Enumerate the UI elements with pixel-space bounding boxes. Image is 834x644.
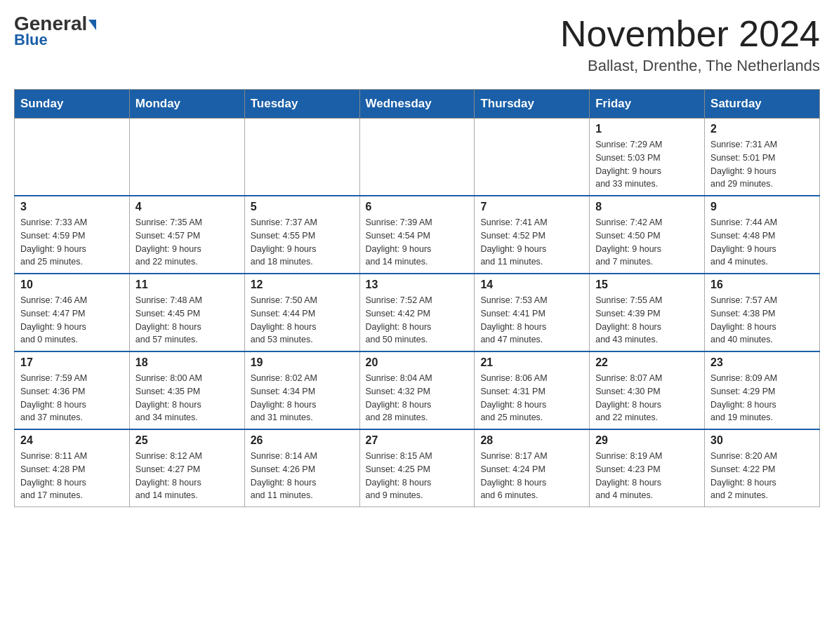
day-info: Sunrise: 8:06 AM Sunset: 4:31 PM Dayligh… xyxy=(480,372,583,424)
weekday-header-tuesday: Tuesday xyxy=(244,90,359,119)
calendar-cell: 30Sunrise: 8:20 AM Sunset: 4:22 PM Dayli… xyxy=(705,429,820,507)
weekday-header-sunday: Sunday xyxy=(15,90,130,119)
day-info: Sunrise: 8:11 AM Sunset: 4:28 PM Dayligh… xyxy=(20,450,124,502)
day-info: Sunrise: 7:55 AM Sunset: 4:39 PM Dayligh… xyxy=(595,294,699,347)
day-info: Sunrise: 8:19 AM Sunset: 4:23 PM Dayligh… xyxy=(595,450,699,502)
weekday-header-saturday: Saturday xyxy=(705,90,820,119)
day-number: 9 xyxy=(710,201,814,213)
calendar-cell: 2Sunrise: 7:31 AM Sunset: 5:01 PM Daylig… xyxy=(705,119,820,196)
day-number: 10 xyxy=(20,279,124,291)
day-info: Sunrise: 7:42 AM Sunset: 4:50 PM Dayligh… xyxy=(595,216,699,269)
day-number: 1 xyxy=(595,123,699,135)
day-info: Sunrise: 7:48 AM Sunset: 4:45 PM Dayligh… xyxy=(135,294,239,347)
calendar-cell: 24Sunrise: 8:11 AM Sunset: 4:28 PM Dayli… xyxy=(15,429,130,507)
weekday-header-row: SundayMondayTuesdayWednesdayThursdayFrid… xyxy=(15,90,820,119)
location: Ballast, Drenthe, The Netherlands xyxy=(560,57,820,75)
calendar-week-4: 17Sunrise: 7:59 AM Sunset: 4:36 PM Dayli… xyxy=(15,351,820,429)
calendar-cell: 6Sunrise: 7:39 AM Sunset: 4:54 PM Daylig… xyxy=(359,196,475,274)
day-info: Sunrise: 7:41 AM Sunset: 4:52 PM Dayligh… xyxy=(480,216,583,269)
calendar-cell xyxy=(129,119,244,196)
day-number: 7 xyxy=(480,201,583,213)
calendar-cell: 13Sunrise: 7:52 AM Sunset: 4:42 PM Dayli… xyxy=(359,274,475,351)
month-title: November 2024 xyxy=(560,14,820,54)
calendar-cell: 12Sunrise: 7:50 AM Sunset: 4:44 PM Dayli… xyxy=(244,274,359,351)
day-number: 28 xyxy=(480,434,583,447)
day-info: Sunrise: 8:04 AM Sunset: 4:32 PM Dayligh… xyxy=(366,372,469,424)
day-info: Sunrise: 7:39 AM Sunset: 4:54 PM Dayligh… xyxy=(366,216,469,269)
day-number: 16 xyxy=(710,279,814,291)
day-info: Sunrise: 8:07 AM Sunset: 4:30 PM Dayligh… xyxy=(595,372,699,424)
day-info: Sunrise: 7:59 AM Sunset: 4:36 PM Dayligh… xyxy=(20,372,124,424)
calendar-table: SundayMondayTuesdayWednesdayThursdayFrid… xyxy=(14,89,820,507)
day-number: 14 xyxy=(480,279,583,291)
day-info: Sunrise: 7:31 AM Sunset: 5:01 PM Dayligh… xyxy=(710,138,814,191)
day-info: Sunrise: 8:00 AM Sunset: 4:35 PM Dayligh… xyxy=(135,372,239,424)
weekday-header-monday: Monday xyxy=(129,90,244,119)
day-info: Sunrise: 7:37 AM Sunset: 4:55 PM Dayligh… xyxy=(251,216,354,269)
day-info: Sunrise: 8:12 AM Sunset: 4:27 PM Dayligh… xyxy=(135,450,239,502)
day-number: 27 xyxy=(366,434,469,447)
day-number: 13 xyxy=(366,279,469,291)
calendar-cell: 20Sunrise: 8:04 AM Sunset: 4:32 PM Dayli… xyxy=(359,351,475,429)
day-number: 8 xyxy=(595,201,699,213)
weekday-header-wednesday: Wednesday xyxy=(359,90,475,119)
day-info: Sunrise: 8:17 AM Sunset: 4:24 PM Dayligh… xyxy=(480,450,583,502)
day-number: 6 xyxy=(366,201,469,213)
page-header: General Blue November 2024 Ballast, Dren… xyxy=(14,14,820,75)
day-info: Sunrise: 7:50 AM Sunset: 4:44 PM Dayligh… xyxy=(251,294,354,347)
calendar-cell: 10Sunrise: 7:46 AM Sunset: 4:47 PM Dayli… xyxy=(15,274,130,351)
day-number: 22 xyxy=(595,356,699,369)
day-info: Sunrise: 8:14 AM Sunset: 4:26 PM Dayligh… xyxy=(251,450,354,502)
day-number: 24 xyxy=(20,434,124,447)
day-number: 5 xyxy=(251,201,354,213)
day-number: 2 xyxy=(710,123,814,135)
calendar-cell: 1Sunrise: 7:29 AM Sunset: 5:03 PM Daylig… xyxy=(590,119,705,196)
calendar-cell: 4Sunrise: 7:35 AM Sunset: 4:57 PM Daylig… xyxy=(129,196,244,274)
weekday-header-friday: Friday xyxy=(590,90,705,119)
calendar-cell: 3Sunrise: 7:33 AM Sunset: 4:59 PM Daylig… xyxy=(15,196,130,274)
calendar-week-5: 24Sunrise: 8:11 AM Sunset: 4:28 PM Dayli… xyxy=(15,429,820,507)
calendar-cell: 16Sunrise: 7:57 AM Sunset: 4:38 PM Dayli… xyxy=(705,274,820,351)
calendar-cell: 11Sunrise: 7:48 AM Sunset: 4:45 PM Dayli… xyxy=(129,274,244,351)
calendar-cell: 14Sunrise: 7:53 AM Sunset: 4:41 PM Dayli… xyxy=(475,274,590,351)
day-number: 21 xyxy=(480,356,583,369)
day-number: 17 xyxy=(20,356,124,369)
day-info: Sunrise: 7:35 AM Sunset: 4:57 PM Dayligh… xyxy=(135,216,239,269)
logo-sub: Blue xyxy=(14,31,48,49)
day-info: Sunrise: 7:33 AM Sunset: 4:59 PM Dayligh… xyxy=(20,216,124,269)
day-number: 3 xyxy=(20,201,124,213)
calendar-cell: 17Sunrise: 7:59 AM Sunset: 4:36 PM Dayli… xyxy=(15,351,130,429)
calendar-cell: 18Sunrise: 8:00 AM Sunset: 4:35 PM Dayli… xyxy=(129,351,244,429)
day-number: 20 xyxy=(366,356,469,369)
calendar-cell: 27Sunrise: 8:15 AM Sunset: 4:25 PM Dayli… xyxy=(359,429,475,507)
day-number: 26 xyxy=(251,434,354,447)
day-info: Sunrise: 7:52 AM Sunset: 4:42 PM Dayligh… xyxy=(366,294,469,347)
day-number: 29 xyxy=(595,434,699,447)
day-number: 15 xyxy=(595,279,699,291)
calendar-cell xyxy=(359,119,475,196)
day-info: Sunrise: 7:57 AM Sunset: 4:38 PM Dayligh… xyxy=(710,294,814,347)
day-number: 23 xyxy=(710,356,814,369)
day-info: Sunrise: 8:02 AM Sunset: 4:34 PM Dayligh… xyxy=(251,372,354,424)
calendar-week-3: 10Sunrise: 7:46 AM Sunset: 4:47 PM Dayli… xyxy=(15,274,820,351)
calendar-cell: 29Sunrise: 8:19 AM Sunset: 4:23 PM Dayli… xyxy=(590,429,705,507)
day-info: Sunrise: 8:09 AM Sunset: 4:29 PM Dayligh… xyxy=(710,372,814,424)
calendar-cell xyxy=(15,119,130,196)
calendar-cell: 23Sunrise: 8:09 AM Sunset: 4:29 PM Dayli… xyxy=(705,351,820,429)
day-number: 11 xyxy=(135,279,239,291)
calendar-cell: 21Sunrise: 8:06 AM Sunset: 4:31 PM Dayli… xyxy=(475,351,590,429)
day-number: 4 xyxy=(135,201,239,213)
day-info: Sunrise: 7:29 AM Sunset: 5:03 PM Dayligh… xyxy=(595,138,699,191)
calendar-cell: 7Sunrise: 7:41 AM Sunset: 4:52 PM Daylig… xyxy=(475,196,590,274)
calendar-cell: 22Sunrise: 8:07 AM Sunset: 4:30 PM Dayli… xyxy=(590,351,705,429)
calendar-cell xyxy=(244,119,359,196)
calendar-week-2: 3Sunrise: 7:33 AM Sunset: 4:59 PM Daylig… xyxy=(15,196,820,274)
calendar-cell: 19Sunrise: 8:02 AM Sunset: 4:34 PM Dayli… xyxy=(244,351,359,429)
day-number: 19 xyxy=(251,356,354,369)
calendar-cell: 5Sunrise: 7:37 AM Sunset: 4:55 PM Daylig… xyxy=(244,196,359,274)
calendar-cell: 26Sunrise: 8:14 AM Sunset: 4:26 PM Dayli… xyxy=(244,429,359,507)
title-block: November 2024 Ballast, Drenthe, The Neth… xyxy=(560,14,820,75)
day-number: 12 xyxy=(251,279,354,291)
weekday-header-thursday: Thursday xyxy=(475,90,590,119)
day-number: 25 xyxy=(135,434,239,447)
